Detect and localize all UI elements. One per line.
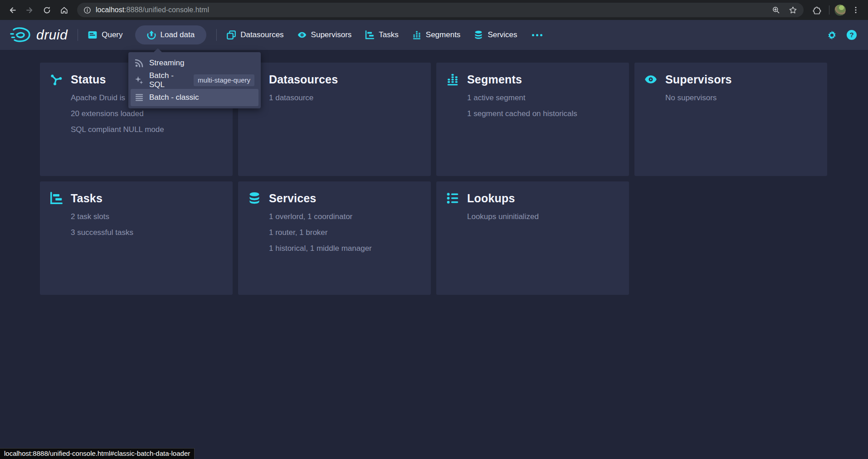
browser-menu-button[interactable]: [848, 2, 863, 18]
zoom-icon[interactable]: [772, 6, 780, 15]
nav-item-load-data[interactable]: Load data: [135, 25, 207, 44]
segments-line: 1 segment cached on historicals: [467, 106, 621, 122]
services-database-icon: [248, 192, 261, 205]
gantt-tasks-icon: [50, 192, 63, 205]
streaming-feed-icon: [135, 59, 144, 68]
address-bar[interactable]: localhost:8888/unified-console.html: [77, 3, 804, 17]
nav-item-label: Supervisors: [311, 30, 352, 39]
svg-text:?: ?: [849, 31, 853, 39]
puzzle-icon: [813, 6, 821, 15]
segments-chart-icon: [446, 73, 459, 86]
settings-gear-button[interactable]: [827, 30, 837, 40]
forward-arrow-icon: [25, 6, 34, 15]
menu-item-label: Batch - SQL: [149, 71, 184, 89]
card-title: Status: [71, 73, 106, 86]
url-host: localhost: [96, 6, 124, 14]
card-title: Lookups: [467, 192, 515, 205]
card-title: Tasks: [71, 192, 102, 205]
nav-item-datasources[interactable]: Datasources: [227, 30, 283, 39]
segments-chart-icon: [412, 30, 421, 39]
toolbar-separator: [829, 5, 829, 15]
browser-profile-avatar[interactable]: [834, 4, 846, 16]
navbar-separator: [216, 29, 217, 41]
browser-toolbar: localhost:8888/unified-console.html: [0, 0, 868, 20]
nav-more-button[interactable]: [529, 31, 545, 39]
segments-card[interactable]: Segments 1 active segment 1 segment cach…: [436, 63, 629, 176]
bookmark-star-icon[interactable]: [789, 6, 797, 15]
status-line: SQL compliant NULL mode: [71, 122, 224, 137]
lookups-properties-icon: [446, 192, 459, 205]
navbar-right: ?: [827, 29, 857, 40]
link-status-bar: localhost:8888/unified-console.html#clas…: [0, 448, 195, 459]
druid-wordmark: druid: [36, 27, 68, 43]
home-icon: [60, 6, 68, 15]
browser-back-button[interactable]: [5, 2, 20, 18]
card-title: Datasources: [269, 73, 338, 86]
reload-icon: [43, 6, 51, 15]
services-line: 1 historical, 1 middle manager: [269, 240, 423, 256]
nav-item-services[interactable]: Services: [474, 30, 517, 39]
datasources-stack-icon: [227, 30, 236, 39]
segments-line: 1 active segment: [467, 90, 621, 106]
services-database-icon: [474, 30, 483, 39]
help-question-icon: ?: [846, 29, 857, 40]
card-title: Segments: [467, 73, 522, 86]
nav-item-label: Segments: [426, 30, 461, 39]
datasources-card[interactable]: Datasources 1 datasource: [238, 63, 431, 176]
query-icon: [88, 30, 97, 39]
browser-reload-button[interactable]: [39, 2, 54, 18]
load-data-menu: Streaming Batch - SQL multi-stage-query …: [128, 52, 261, 108]
tasks-line: 2 task slots: [71, 209, 224, 225]
lookups-card[interactable]: Lookups Lookups uninitialized: [436, 181, 629, 295]
services-card[interactable]: Services 1 overlord, 1 coordinator 1 rou…: [238, 181, 431, 295]
kebab-menu-icon: [852, 6, 860, 14]
services-line: 1 router, 1 broker: [269, 225, 423, 240]
nav-item-label: Tasks: [379, 30, 398, 39]
browser-forward-button[interactable]: [22, 2, 37, 18]
nav-item-label: Load data: [161, 30, 195, 39]
url-text[interactable]: localhost:8888/unified-console.html: [96, 6, 767, 14]
extensions-button[interactable]: [809, 2, 824, 18]
datasources-line: 1 datasource: [269, 90, 423, 106]
nav-item-label: Services: [488, 30, 517, 39]
supervisors-line: No supervisors: [665, 90, 819, 106]
menu-item-batch-classic[interactable]: Batch - classic: [131, 89, 258, 106]
card-title: Services: [269, 192, 316, 205]
nav-item-segments[interactable]: Segments: [412, 30, 461, 39]
eye-icon: [297, 30, 307, 39]
browser-home-button[interactable]: [56, 2, 72, 18]
tasks-line: 3 successful tasks: [71, 225, 224, 240]
card-title: Supervisors: [665, 73, 732, 86]
tasks-card[interactable]: Tasks 2 task slots 3 successful tasks: [40, 181, 233, 295]
menu-item-batch-sql[interactable]: Batch - SQL multi-stage-query: [131, 72, 258, 89]
menu-item-label: Batch - classic: [149, 93, 199, 102]
nav-item-label: Query: [102, 30, 122, 39]
nav-item-tasks[interactable]: Tasks: [365, 30, 398, 39]
info-circle-icon[interactable]: [83, 6, 91, 14]
supervisors-card[interactable]: Supervisors No supervisors: [634, 63, 827, 176]
nav-item-supervisors[interactable]: Supervisors: [297, 30, 352, 39]
back-arrow-icon: [8, 6, 17, 15]
nav-item-label: Datasources: [240, 30, 283, 39]
multi-stage-query-tag: multi-stage-query: [194, 74, 254, 86]
eye-icon: [644, 73, 657, 86]
stacked-lines-icon: [135, 93, 144, 102]
lookups-line: Lookups uninitialized: [467, 209, 621, 225]
navbar-items: Datasources Supervisors Tasks Segments S…: [227, 30, 545, 39]
gear-icon: [827, 30, 837, 40]
more-dots-icon: [532, 34, 534, 36]
pulse-status-icon: [50, 73, 63, 86]
druid-navbar: druid Query Load data Datasources Superv…: [0, 20, 868, 50]
upload-icon: [147, 30, 156, 39]
druid-brand[interactable]: druid: [10, 27, 68, 43]
menu-item-label: Streaming: [149, 59, 184, 68]
nav-item-query[interactable]: Query: [88, 30, 122, 39]
cards-row-2: Tasks 2 task slots 3 successful tasks Se…: [40, 181, 828, 295]
navbar-separator: [78, 29, 78, 41]
gantt-tasks-icon: [365, 30, 374, 39]
sparkles-icon: [135, 76, 144, 85]
services-line: 1 overlord, 1 coordinator: [269, 209, 423, 225]
menu-item-streaming[interactable]: Streaming: [131, 54, 258, 72]
help-button[interactable]: ?: [846, 29, 857, 40]
druid-logo-icon: [10, 27, 32, 43]
